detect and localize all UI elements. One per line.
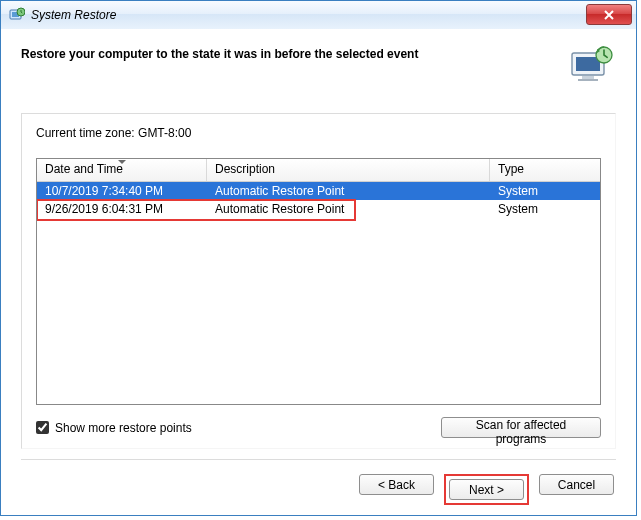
cell-description: Automatic Restore Point [207, 184, 490, 198]
titlebar: System Restore [1, 0, 636, 29]
cell-description: Automatic Restore Point [207, 202, 490, 216]
restore-points-table: Date and Time Description Type 10/7/2019… [36, 158, 601, 405]
cell-datetime: 10/7/2019 7:34:40 PM [37, 184, 207, 198]
svg-rect-5 [582, 76, 594, 79]
annotation-next-highlight: Next > [444, 474, 529, 505]
column-header-datetime-label: Date and Time [45, 162, 123, 176]
content-panel: Current time zone: GMT-8:00 Date and Tim… [21, 113, 616, 449]
table-body[interactable]: 10/7/2019 7:34:40 PM Automatic Restore P… [37, 182, 600, 404]
restore-monitor-icon [568, 45, 616, 87]
column-header-description-label: Description [215, 162, 275, 176]
column-header-type-label: Type [498, 162, 524, 176]
svg-rect-6 [578, 79, 598, 81]
cancel-button[interactable]: Cancel [539, 474, 614, 495]
cell-type: System [490, 184, 600, 198]
show-more-checkbox-label: Show more restore points [55, 421, 192, 435]
system-restore-window: System Restore Restore your computer to … [0, 0, 637, 516]
cell-datetime: 9/26/2019 6:04:31 PM [37, 202, 207, 216]
window-title: System Restore [31, 8, 116, 22]
show-more-checkbox[interactable]: Show more restore points [36, 421, 192, 435]
column-header-datetime[interactable]: Date and Time [37, 159, 207, 181]
show-more-checkbox-input[interactable] [36, 421, 49, 434]
system-restore-icon [9, 7, 25, 23]
next-button[interactable]: Next > [449, 479, 524, 500]
table-header: Date and Time Description Type [37, 159, 600, 182]
table-row[interactable]: 10/7/2019 7:34:40 PM Automatic Restore P… [37, 182, 600, 200]
column-header-type[interactable]: Type [490, 159, 600, 181]
sort-descending-icon [118, 160, 126, 164]
body: Restore your computer to the state it wa… [1, 29, 636, 515]
table-row[interactable]: 9/26/2019 6:04:31 PM Automatic Restore P… [37, 200, 600, 218]
page-heading: Restore your computer to the state it wa… [21, 47, 418, 61]
footer-buttons: < Back Next > Cancel [21, 474, 616, 505]
scan-affected-button[interactable]: Scan for affected programs [441, 417, 601, 438]
close-icon [603, 10, 615, 20]
footer-separator [21, 459, 616, 460]
back-button[interactable]: < Back [359, 474, 434, 495]
column-header-description[interactable]: Description [207, 159, 490, 181]
timezone-label: Current time zone: GMT-8:00 [36, 126, 601, 140]
cell-type: System [490, 202, 600, 216]
close-button[interactable] [586, 4, 632, 25]
